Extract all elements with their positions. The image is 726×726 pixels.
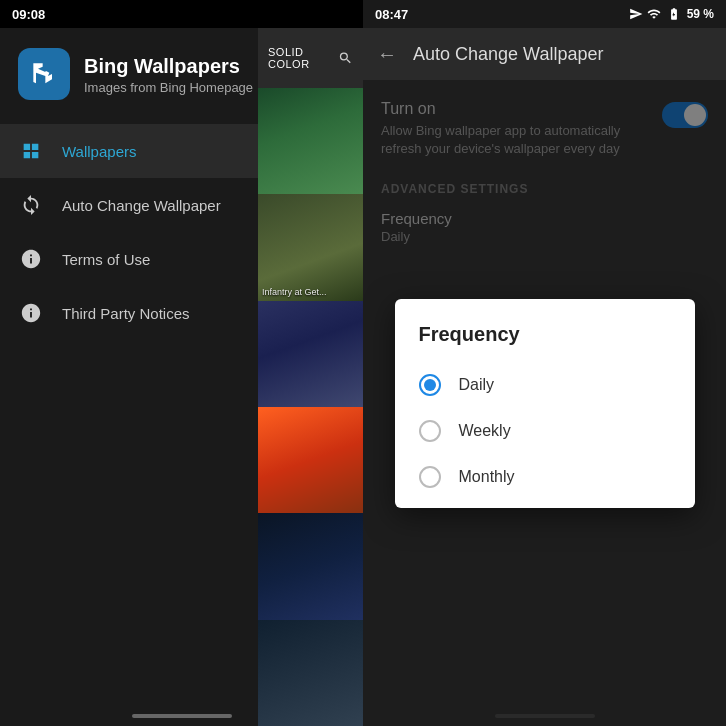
wallpapers-label: Wallpapers	[62, 143, 136, 160]
send-icon	[629, 7, 643, 21]
page-title: Auto Change Wallpaper	[413, 44, 603, 65]
settings-content-area: Turn on Allow Bing wallpaper app to auto…	[363, 80, 726, 726]
app-subtitle: Images from Bing Homepage	[84, 80, 253, 95]
grid-top-bar: SOLID COLOR	[258, 28, 363, 88]
app-title-block: Bing Wallpapers Images from Bing Homepag…	[84, 48, 253, 95]
left-panel: 09:08 Bing Wallpapers Images from Bing H…	[0, 0, 363, 726]
right-panel: 08:47 59 % ← Auto Change Wallpaper	[363, 0, 726, 726]
wallpaper-image-4[interactable]	[258, 407, 363, 513]
top-bar: ← Auto Change Wallpaper	[363, 28, 726, 80]
frequency-dialog: Frequency Daily Weekly Monthly	[395, 299, 695, 508]
status-bar-left: 09:08	[0, 0, 363, 28]
solid-color-label: SOLID COLOR	[268, 46, 328, 70]
third-party-label: Third Party Notices	[62, 305, 190, 322]
wallpaper-image-5[interactable]	[258, 513, 363, 619]
dialog-overlay[interactable]: Frequency Daily Weekly Monthly	[363, 80, 726, 726]
battery-percent: 59 %	[687, 7, 714, 21]
radio-label-daily: Daily	[459, 376, 495, 394]
radio-label-weekly: Weekly	[459, 422, 511, 440]
radio-circle-daily	[419, 374, 441, 396]
wallpaper-image-1[interactable]	[258, 88, 363, 194]
wallpaper-image-6[interactable]	[258, 620, 363, 726]
back-button[interactable]: ←	[377, 43, 397, 66]
status-time-right: 08:47	[375, 7, 408, 22]
auto-change-label: Auto Change Wallpaper	[62, 197, 221, 214]
app-icon	[18, 48, 70, 100]
info-icon-third-party	[18, 300, 44, 326]
radio-option-monthly[interactable]: Monthly	[395, 454, 695, 500]
radio-label-monthly: Monthly	[459, 468, 515, 486]
info-svg-icon-2	[20, 302, 42, 324]
bing-logo-icon	[28, 58, 60, 90]
radio-circle-monthly	[419, 466, 441, 488]
wallpaper-svg-icon	[20, 140, 42, 162]
wallpaper-image-3[interactable]	[258, 301, 363, 407]
bottom-indicator-left	[132, 714, 232, 718]
wallpaper-caption: Infantry at Get...	[262, 287, 327, 297]
app-title: Bing Wallpapers	[84, 54, 253, 78]
status-bar-right: 08:47 59 %	[363, 0, 726, 28]
radio-option-daily[interactable]: Daily	[395, 362, 695, 408]
info-svg-icon	[20, 248, 42, 270]
wallpaper-grid: SOLID COLOR Infantry at Get...	[258, 28, 363, 726]
radio-option-weekly[interactable]: Weekly	[395, 408, 695, 454]
battery-icon	[665, 7, 683, 21]
wallpaper-icon	[18, 138, 44, 164]
dialog-title: Frequency	[395, 323, 695, 362]
search-icon	[338, 48, 353, 68]
status-time-left: 09:08	[12, 7, 45, 22]
status-right-icons: 59 %	[629, 7, 714, 21]
refresh-svg-icon	[20, 194, 42, 216]
terms-label: Terms of Use	[62, 251, 150, 268]
radio-circle-weekly	[419, 420, 441, 442]
signal-icon	[647, 7, 661, 21]
refresh-icon	[18, 192, 44, 218]
info-icon-terms	[18, 246, 44, 272]
wallpaper-image-2[interactable]: Infantry at Get...	[258, 194, 363, 300]
